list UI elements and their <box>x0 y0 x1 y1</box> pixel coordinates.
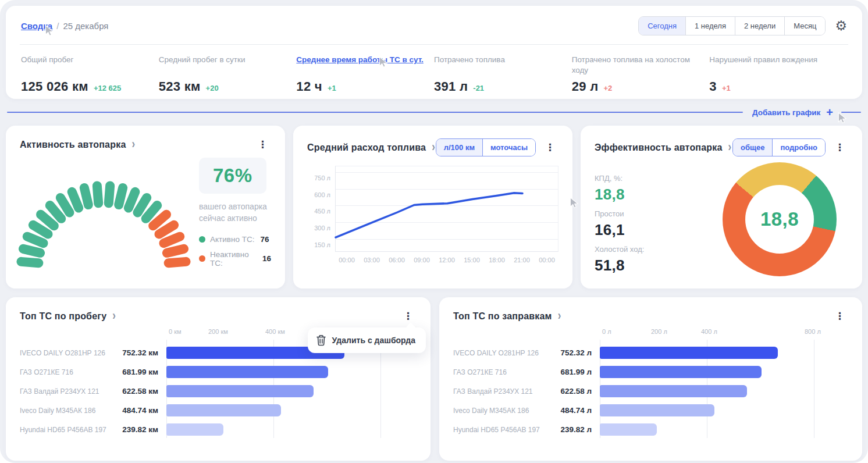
active-percent-caption: вашего автопарка сейчас активно <box>199 201 271 225</box>
breadcrumb: Сводка / 25 декабря <box>21 21 108 31</box>
table-row: Hyundai HD65 Р456АВ 197239.82 км <box>20 420 166 439</box>
kpi-label-link[interactable]: Среднее время работы ТС в сут. <box>296 55 424 77</box>
kebab-menu-icon[interactable]: ⋮ <box>254 138 271 151</box>
donut-hole: 18,8 <box>745 185 814 254</box>
vehicle-value: 752.32 л <box>553 348 600 357</box>
efficiency-view-toggle: общее подробно <box>732 138 826 156</box>
chevron-right-icon[interactable]: › <box>558 309 561 323</box>
chevron-right-icon[interactable]: › <box>432 140 435 155</box>
chevron-right-icon[interactable]: › <box>112 309 116 323</box>
kpi-label: Средний пробег в сутки <box>159 55 286 77</box>
period-button-today[interactable]: Сегодня <box>639 17 685 35</box>
table-row: ГАЗ О271КЕ 716681.99 км <box>20 362 166 382</box>
kpi-delta: +12 625 <box>94 84 121 92</box>
y-tick: 150 л <box>307 241 330 248</box>
x-tick: 800 л <box>805 328 821 335</box>
table-row: ГАЗ Валдай Р234УХ 121622.58 км <box>20 382 166 401</box>
x-tick: 400 км <box>265 328 285 335</box>
kpi-delta: -21 <box>473 84 484 92</box>
kpi-value: 125 026 км <box>21 79 88 94</box>
vehicle-name: IVECO DAILY О281НР 126 <box>20 349 120 357</box>
efficiency-donut-chart: 18,8 <box>723 162 837 276</box>
add-chart-button[interactable]: Добавить график <box>752 108 820 117</box>
fleet-efficiency-card: Эффективность автопарка › общее подробно… <box>581 126 862 289</box>
period-button-2weeks[interactable]: 2 недели <box>735 17 784 35</box>
card-context-menu: Удалить с дашборда <box>308 327 426 353</box>
fuel-bar-plot: 0 л 200 л 400 л 800 л <box>600 328 848 439</box>
x-tick: 18:00 <box>486 257 507 263</box>
kpi-value: 12 ч <box>296 79 322 94</box>
kebab-menu-icon[interactable]: ⋮ <box>400 310 417 322</box>
toggle-l-per-100km[interactable]: л/100 км <box>436 139 482 156</box>
period-button-1week[interactable]: 1 неделя <box>685 17 735 35</box>
vehicle-value: 622.58 л <box>553 387 600 396</box>
card-title: Топ ТС по заправкам <box>453 311 552 322</box>
separator-line <box>841 112 861 113</box>
top-vehicles-fuel-card: Топ ТС по заправкам › ⋮ IVECO DAILY О281… <box>439 297 862 461</box>
fleet-activity-gauge <box>16 181 191 275</box>
x-axis-labels: 0 л 200 л 400 л 800 л <box>600 328 848 337</box>
avg-fuel-consumption-card: Средний расход топлива › л/100 км моточа… <box>293 126 572 289</box>
kpi-label: Нарушений правил вождения <box>709 55 837 77</box>
y-tick: 600 л <box>307 191 330 198</box>
card-title: Средний расход топлива <box>307 143 426 153</box>
x-tick: 400 л <box>701 328 717 335</box>
kpi-row: Общий пробег 125 026 км+12 625 Средний п… <box>21 55 847 94</box>
fleet-dashboard: Сводка / 25 декабря Сегодня 1 неделя 2 н… <box>0 0 868 463</box>
x-tick: 00:00 <box>336 257 357 263</box>
add-chart-separator: Добавить график + <box>7 106 861 119</box>
kpi-avg-daily-mileage: Средний пробег в сутки 523 км+20 <box>159 55 297 94</box>
stat-label-kpd: КПД, %: <box>595 174 705 183</box>
table-row: IVECO DAILY О281НР 126752.32 км <box>20 343 166 362</box>
period-button-month[interactable]: Месяц <box>784 17 825 35</box>
x-tick: 0 км <box>169 328 182 335</box>
toggle-motohours[interactable]: моточасы <box>482 139 535 156</box>
bar <box>166 404 281 416</box>
kebab-menu-icon[interactable]: ⋮ <box>542 141 558 154</box>
legend-label: Активно ТС: <box>210 235 254 244</box>
bar <box>166 423 223 436</box>
kpi-delta: +2 <box>603 84 612 92</box>
top-vehicles-mileage-card: Топ ТС по пробегу › ⋮ IVECO DAILY О281НР… <box>6 297 431 461</box>
legend-label: Неактивно ТС: <box>210 250 257 268</box>
kpi-value: 29 л <box>572 79 599 94</box>
fuel-line-series <box>336 166 559 252</box>
vehicle-name: Hyundai HD65 Р456АВ 197 <box>453 426 553 434</box>
vehicle-value: 752.32 км <box>120 348 166 357</box>
separator-line <box>7 112 743 113</box>
kpi-total-mileage: Общий пробег 125 026 км+12 625 <box>21 55 159 94</box>
legend-value: 16 <box>262 254 271 263</box>
card-title: Топ ТС по пробегу <box>20 311 106 322</box>
kebab-menu-icon[interactable]: ⋮ <box>831 310 848 322</box>
toggle-detailed[interactable]: подробно <box>772 139 825 156</box>
kpi-label: Потрачено топлива на холостом ходу <box>572 55 699 77</box>
legend-value: 76 <box>260 235 269 244</box>
x-tick: 0 л <box>602 328 611 335</box>
vehicle-name: Iveco Daily М345АК 186 <box>453 407 553 415</box>
green-dot-icon <box>199 236 205 243</box>
vehicle-name: ГАЗ О271КЕ 716 <box>20 368 120 376</box>
x-tick: 00:00 <box>536 257 557 263</box>
toggle-general[interactable]: общее <box>733 139 772 156</box>
vehicle-name: ГАЗ Валдай Р234УХ 121 <box>453 387 553 396</box>
menu-item-remove-from-dashboard[interactable]: Удалить с дашборда <box>332 336 415 345</box>
x-tick: 21:00 <box>511 257 532 263</box>
vehicle-name: ГАЗ О271КЕ 716 <box>453 368 553 376</box>
breadcrumb-link-summary[interactable]: Сводка <box>21 21 52 31</box>
line-chart-plot-area <box>335 166 558 252</box>
card-title: Активность автопарка <box>20 140 126 150</box>
active-percent-value: 76% <box>213 165 252 186</box>
plus-icon[interactable]: + <box>826 106 833 118</box>
header-divider <box>20 44 848 45</box>
bar <box>600 423 657 436</box>
x-tick: 09:00 <box>411 257 432 263</box>
gear-icon[interactable]: ⚙ <box>835 19 847 33</box>
x-tick: 03:00 <box>361 257 382 263</box>
table-row: Iveco Daily М345АК 186484.74 км <box>20 401 166 420</box>
kebab-menu-icon[interactable]: ⋮ <box>831 141 848 154</box>
kpi-avg-work-time: Среднее время работы ТС в сут. 12 ч+1 <box>296 55 434 94</box>
kpi-value: 523 км <box>159 79 201 94</box>
chevron-right-icon[interactable]: › <box>131 137 135 152</box>
chevron-right-icon[interactable]: › <box>728 140 732 155</box>
vehicle-name: Iveco Daily М345АК 186 <box>20 407 120 415</box>
